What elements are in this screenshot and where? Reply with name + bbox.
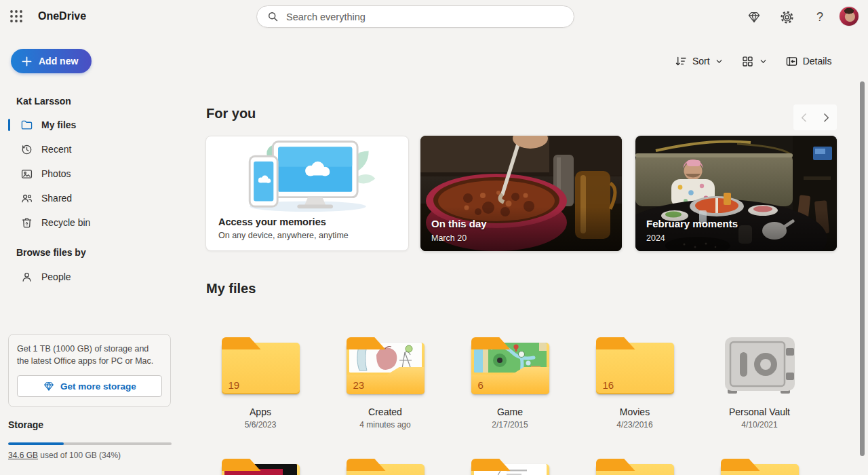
file-tile-created: 23 Created 4 minutes ago (323, 337, 448, 430)
sidebar: Add new Kat Larsson My files Recent (0, 33, 176, 475)
for-you-heading: For you (206, 106, 256, 121)
folder-icon[interactable] (347, 459, 425, 475)
file-tile-partial-3 (448, 459, 572, 475)
folder-date: 2/17/2015 (448, 420, 572, 430)
get-more-storage-button[interactable]: Get more storage (17, 375, 162, 397)
folder-item-count: 16 (603, 379, 614, 391)
folder-icon-created[interactable]: 23 (347, 337, 425, 394)
vault-safe-icon[interactable] (721, 336, 799, 394)
folder-icon[interactable] (596, 459, 674, 475)
people-icon (20, 192, 33, 205)
folder-icon (20, 119, 33, 132)
devices-cloud-illustration (206, 136, 409, 214)
chevron-down-icon (715, 57, 724, 66)
for-you-card-access-memories[interactable]: Access your memories On any device, anyw… (205, 136, 409, 251)
storage-used-link[interactable]: 34.6 GB (8, 451, 38, 460)
card-subtitle: March 20 (431, 233, 467, 243)
folder-name[interactable]: Movies (572, 406, 697, 417)
folder-date: 4 minutes ago (323, 420, 448, 430)
view-toolbar: Sort (675, 53, 831, 69)
app-launcher-icon[interactable] (9, 9, 24, 24)
sort-icon (675, 55, 688, 68)
sidebar-item-shared[interactable]: Shared (0, 186, 176, 210)
folder-date: 5/6/2023 (198, 420, 323, 430)
premium-diamond-icon[interactable] (746, 9, 762, 25)
folder-icon[interactable] (222, 459, 300, 475)
search-icon (267, 10, 279, 23)
details-pane-icon (785, 55, 798, 68)
my-files-heading: My files (206, 281, 256, 297)
person-icon (20, 271, 33, 284)
folder-name[interactable]: Apps (198, 406, 323, 417)
folder-date: 4/23/2016 (572, 420, 697, 430)
card-title: February moments (646, 218, 738, 229)
sidebar-item-photos[interactable]: Photos (0, 162, 176, 186)
sidebar-item-recent[interactable]: Recent (0, 137, 176, 162)
storage-usage-text: 34.6 GB used of 100 GB (34%) (8, 451, 121, 460)
file-tile-partial-5 (697, 459, 822, 475)
file-tile-personal-vault: Personal Vault 4/10/2021 (697, 336, 822, 430)
selected-indicator (8, 119, 10, 131)
sidebar-nav: My files Recent Photos (0, 113, 176, 235)
file-tile-apps: 19 Apps 5/6/2023 (198, 337, 323, 430)
sort-button[interactable]: Sort (675, 55, 724, 68)
card-title: Access your memories (218, 216, 326, 227)
file-tile-game: 6 Game 2/17/2015 (448, 337, 572, 430)
storage-progress-bar (8, 442, 172, 445)
storage-progress-fill (8, 442, 64, 445)
carousel-next-button[interactable] (817, 109, 835, 126)
february-moments-photo (635, 136, 837, 251)
recycle-bin-icon (20, 216, 33, 229)
app-title: OneDrive (38, 0, 86, 33)
grid-view-icon (741, 55, 754, 68)
user-name: Kat Larsson (16, 96, 71, 107)
plus-icon (22, 56, 32, 66)
folder-date: 4/10/2021 (697, 420, 822, 430)
folder-icon[interactable] (721, 459, 799, 475)
search-bar[interactable] (256, 5, 574, 28)
promo-text: Get 1 TB (1000 GB) of storage and the la… (17, 343, 162, 367)
carousel-prev-button[interactable] (795, 109, 813, 126)
file-tile-movies: 16 Movies 4/23/2016 (572, 337, 697, 430)
folder-icon-movies[interactable]: 16 (596, 337, 674, 394)
view-switcher-button[interactable] (741, 55, 768, 68)
folder-icon[interactable] (471, 459, 549, 475)
add-new-button[interactable]: Add new (11, 49, 92, 73)
folder-item-count: 6 (478, 379, 484, 391)
file-tile-partial-2 (323, 459, 448, 475)
folder-item-count: 19 (229, 379, 240, 391)
sidebar-item-my-files[interactable]: My files (0, 113, 176, 137)
for-you-card-february-moments[interactable]: February moments 2024 (635, 136, 837, 251)
sidebar-item-people[interactable]: People (0, 265, 176, 289)
folder-name[interactable]: Personal Vault (697, 406, 822, 417)
storage-heading: Storage (8, 419, 43, 430)
top-bar: OneDrive ? (0, 0, 868, 33)
browse-files-by-heading: Browse files by (16, 247, 86, 258)
folder-name[interactable]: Game (448, 406, 572, 417)
chevron-down-icon (759, 57, 768, 66)
premium-diamond-icon (43, 380, 55, 392)
help-icon[interactable]: ? (812, 9, 828, 25)
folder-icon-apps[interactable]: 19 (222, 337, 300, 394)
for-you-card-on-this-day[interactable]: On this day March 20 (420, 136, 622, 251)
storage-promo-card: Get 1 TB (1000 GB) of storage and the la… (8, 334, 171, 407)
card-subtitle: On any device, anywhere, anytime (218, 231, 349, 240)
sidebar-item-recycle-bin[interactable]: Recycle bin (0, 210, 176, 235)
file-tile-partial-1 (198, 459, 323, 475)
avatar[interactable] (840, 7, 859, 26)
folder-item-count: 23 (353, 379, 365, 391)
main-content: Sort (176, 33, 868, 475)
photos-icon (20, 168, 33, 180)
card-title: On this day (431, 218, 487, 229)
history-icon (20, 143, 33, 156)
for-you-carousel-controls (793, 104, 837, 130)
file-tile-partial-4 (572, 459, 697, 475)
folder-name[interactable]: Created (323, 406, 448, 417)
card-subtitle: 2024 (646, 233, 665, 243)
folder-icon-game[interactable]: 6 (471, 337, 549, 394)
scrollbar-thumb[interactable] (860, 81, 865, 456)
search-input[interactable] (286, 12, 566, 22)
details-button[interactable]: Details (785, 55, 832, 68)
settings-gear-icon[interactable] (778, 9, 795, 25)
